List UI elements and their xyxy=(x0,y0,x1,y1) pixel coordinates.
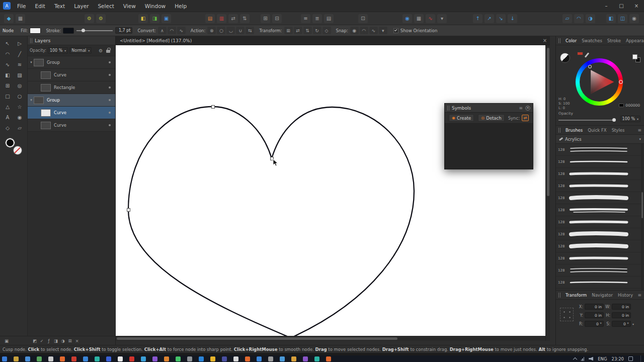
symbols-panel-header[interactable]: Symbols xyxy=(445,104,533,113)
insert-inside-icon[interactable]: ◨ xyxy=(150,14,159,23)
brush-category-row[interactable]: Acrylics xyxy=(556,135,644,144)
arrange-icon[interactable]: ▤ xyxy=(324,14,334,23)
color-tag-icon[interactable]: ◩ xyxy=(31,337,38,344)
delete-layer-icon[interactable]: × xyxy=(73,337,80,344)
move-to-back-icon[interactable]: ↓ xyxy=(508,14,517,23)
brush-item[interactable]: 128 xyxy=(556,277,644,289)
taskbar-app-icon[interactable] xyxy=(176,356,181,361)
menu-item-layer[interactable]: Layer xyxy=(69,0,93,12)
taskbar-app-icon[interactable] xyxy=(268,356,273,361)
pages-icon[interactable]: ▣ xyxy=(3,337,10,344)
stroke-width-slider[interactable] xyxy=(76,27,113,34)
menu-item-text[interactable]: Text xyxy=(50,0,69,12)
brush-item[interactable]: 128 xyxy=(556,264,644,277)
taskbar-app-icon[interactable] xyxy=(152,356,157,361)
panel-grip-icon[interactable] xyxy=(447,106,449,111)
taskbar-app-icon[interactable] xyxy=(326,356,331,361)
taskbar-app-icon[interactable] xyxy=(60,356,65,361)
layer-caret-icon[interactable]: ▾ xyxy=(29,98,34,102)
horizontal-scrollbar-thumb[interactable] xyxy=(117,337,397,340)
flip-horizontal-icon[interactable]: ⇄ xyxy=(228,14,238,23)
detach-symbol-button[interactable]: ◎ Detach xyxy=(478,114,504,122)
keyboard-layout[interactable]: ENG xyxy=(598,356,607,361)
convert-sharp-icon[interactable]: ∧ xyxy=(158,27,167,34)
document-tab-title[interactable]: <Untitled> [Modified] (137.0%) xyxy=(120,38,192,43)
taskbar-app-icon[interactable] xyxy=(37,356,42,361)
convert-smooth-icon[interactable]: ◠ xyxy=(168,27,176,34)
move-to-front-icon[interactable]: ↑ xyxy=(473,14,482,23)
layer-row[interactable]: ▾Group xyxy=(28,56,115,69)
tab-transform[interactable]: Transform xyxy=(563,291,589,300)
opacity-slider-handle[interactable] xyxy=(612,118,616,122)
menu-item-file[interactable]: File xyxy=(13,0,31,12)
snap-grid-icon[interactable]: ▦ xyxy=(414,14,424,23)
convert-smart-icon[interactable]: ∿ xyxy=(177,27,186,34)
snap-more-chevron-icon[interactable]: ▾ xyxy=(379,27,387,34)
mask-icon[interactable]: ◨ xyxy=(52,337,59,344)
opacity-slider[interactable] xyxy=(558,118,616,123)
layer-visibility-dot[interactable] xyxy=(109,61,111,63)
y-input[interactable]: 0 in xyxy=(585,312,604,318)
opacity-value-select[interactable]: 100 % xyxy=(620,116,640,122)
shape-tool[interactable]: ▱ xyxy=(14,123,26,133)
layer-row[interactable]: Curve xyxy=(28,107,115,119)
brush-item[interactable]: 128 xyxy=(556,192,644,204)
join-curves-icon[interactable]: ∪ xyxy=(236,27,245,34)
taskbar-app-icon[interactable] xyxy=(210,356,215,361)
taskbar-app-icon[interactable] xyxy=(257,356,262,361)
close-icon[interactable] xyxy=(525,106,530,111)
layer-row[interactable]: ▾Group xyxy=(28,94,115,107)
close-button[interactable]: × xyxy=(629,0,644,12)
panel-menu-icon[interactable] xyxy=(637,293,641,298)
snap-off-curve-icon[interactable]: ∿ xyxy=(369,27,378,34)
taskbar-app-icon[interactable] xyxy=(222,356,227,361)
panel-menu-icon[interactable] xyxy=(519,106,523,111)
brush-item[interactable]: 128 xyxy=(556,240,644,252)
transform-flip-v-icon[interactable]: ⇅ xyxy=(303,27,312,34)
distribute-icon[interactable]: ≣ xyxy=(312,14,322,23)
layer-visibility-dot[interactable] xyxy=(109,86,111,88)
curve-node-handle[interactable] xyxy=(211,105,215,109)
fill-color-swatch[interactable] xyxy=(30,28,41,34)
chevron-down-icon[interactable]: ▾ xyxy=(632,322,634,326)
taskbar-app-icon[interactable] xyxy=(48,356,53,361)
panel-grip-icon[interactable] xyxy=(30,38,32,43)
taskbar-app-icon[interactable] xyxy=(14,356,19,361)
hex-value[interactable]: 000000 xyxy=(625,103,640,108)
menu-item-window[interactable]: Window xyxy=(140,0,170,12)
triangle-tool[interactable]: △ xyxy=(2,102,14,112)
taskbar-app-icon[interactable] xyxy=(83,356,88,361)
ellipse-tool[interactable]: ○ xyxy=(14,92,26,101)
brush-scrollbar[interactable] xyxy=(641,144,643,290)
clock[interactable]: 23:20 xyxy=(612,356,624,361)
sync-toggle-icon[interactable]: ⇄ xyxy=(522,115,529,121)
transform-origin-icon[interactable]: ⊡ xyxy=(358,14,368,23)
rectangle-tool[interactable]: □ xyxy=(2,92,14,101)
horizontal-scrollbar[interactable] xyxy=(116,336,545,341)
fill-stroke-color-well[interactable] xyxy=(5,138,22,155)
color-wheel[interactable] xyxy=(576,58,623,106)
brush-item[interactable]: 128 xyxy=(556,204,644,216)
pan-tool[interactable]: ◇ xyxy=(2,123,14,133)
tab-quick-fx[interactable]: Quick FX xyxy=(585,126,609,135)
pencil-tool[interactable]: ∿ xyxy=(2,60,14,69)
close-document-icon[interactable] xyxy=(542,38,548,43)
lock-icon[interactable] xyxy=(106,50,110,53)
tab-navigator[interactable]: Navigator xyxy=(589,291,615,300)
taskbar-app-icon[interactable] xyxy=(291,356,296,361)
create-symbol-button[interactable]: ◉ Create xyxy=(449,114,474,122)
convert-to-curves-icon[interactable]: ▱ xyxy=(562,14,572,23)
brush-item[interactable]: 128 xyxy=(556,228,644,240)
transform-flip-h-icon[interactable]: ⇄ xyxy=(294,27,302,34)
layer-row[interactable]: Rectangle xyxy=(28,81,115,94)
corner-tool[interactable]: ◠ xyxy=(2,49,14,59)
smooth-curve-icon[interactable]: ◡ xyxy=(226,27,235,34)
transform-mode-icon[interactable]: ⊞ xyxy=(284,27,293,34)
transform-rotate-icon[interactable]: ↻ xyxy=(313,27,321,34)
node-tool[interactable]: ▷ xyxy=(14,39,26,48)
reverse-curve-icon[interactable]: ⇆ xyxy=(246,27,254,34)
menu-item-help[interactable]: Help xyxy=(170,0,191,12)
view-quality-icon[interactable]: ◧ xyxy=(606,14,616,23)
menu-item-edit[interactable]: Edit xyxy=(31,0,50,12)
menu-item-select[interactable]: Select xyxy=(93,0,118,12)
